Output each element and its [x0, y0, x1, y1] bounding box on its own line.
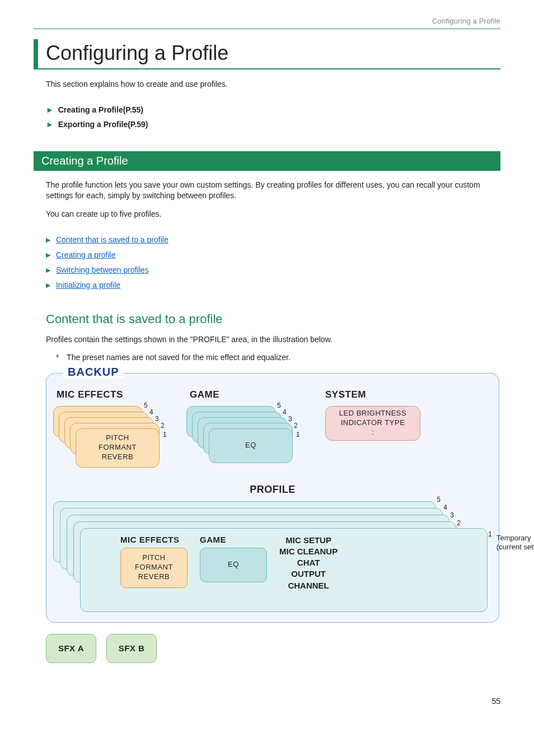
sfx-b-box: SFX B: [106, 634, 157, 663]
body-paragraph: The profile function lets you save your …: [46, 180, 500, 201]
system-title: SYSTEM: [325, 389, 366, 400]
asterisk-icon: *: [56, 353, 59, 362]
toc-item-label: Creating a Profile(P.55): [58, 105, 143, 114]
switching-profiles-link[interactable]: Switching between profiles: [56, 265, 149, 274]
profile-game-title: GAME: [200, 535, 267, 544]
system-line: LED BRIGHTNESS: [339, 409, 406, 418]
page-title: Configuring a Profile: [34, 39, 500, 69]
link-item: ▶ Creating a profile: [46, 250, 500, 259]
toc-main: ► Creating a Profile(P.55) ► Exporting a…: [46, 105, 500, 129]
toc-item[interactable]: ► Exporting a Profile(P.59): [46, 120, 500, 129]
mic-effects-title: MIC EFFECTS: [57, 389, 123, 400]
profile-game-line: EQ: [228, 560, 239, 570]
profile-num: 3: [450, 511, 454, 519]
system-card: LED BRIGHTNESS INDICATOR TYPE :: [325, 406, 420, 441]
profile-game-card: EQ: [200, 548, 267, 582]
stack-num: 2: [161, 422, 165, 430]
link-item: ▶ Switching between profiles: [46, 265, 500, 274]
system-line: INDICATOR TYPE: [341, 418, 405, 428]
stack-num: 1: [296, 431, 300, 438]
divider: [34, 29, 500, 29]
stack-num: 3: [155, 415, 159, 423]
profile-num: 5: [437, 496, 441, 503]
arrow-right-icon: ▶: [46, 236, 50, 243]
backup-frame: BACKUP MIC EFFECTS PITCH FORMANT REVERB: [46, 373, 499, 623]
mic-effects-line: REVERB: [102, 452, 133, 462]
content-saved-link[interactable]: Content that is saved to a profile: [56, 235, 168, 244]
profile-label: PROFILE: [53, 484, 492, 496]
profile-frame: PROFILE 5 4 3 2 1 Temporary (current set…: [53, 484, 492, 613]
intro-text: This section explains how to create and …: [46, 80, 500, 88]
body-paragraph: You can create up to five profiles.: [46, 209, 500, 220]
stack-num: 4: [149, 408, 153, 416]
sfx-a-box: SFX A: [46, 634, 96, 663]
page-number: 55: [34, 697, 500, 706]
diagram: BACKUP MIC EFFECTS PITCH FORMANT REVERB: [46, 373, 499, 623]
arrow-right-icon: ►: [46, 120, 54, 129]
initializing-profile-link[interactable]: Initializing a profile: [56, 281, 120, 290]
arrow-right-icon: ▶: [46, 251, 50, 258]
toc-item[interactable]: ► Creating a Profile(P.55): [46, 105, 500, 114]
game-stack: EQ 5 4 3 2 1: [186, 406, 298, 470]
profile-mic-line: REVERB: [138, 572, 170, 582]
link-item: ▶ Content that is saved to a profile: [46, 235, 500, 244]
subheading: Content that is saved to a profile: [46, 312, 500, 326]
mic-effects-stack: PITCH FORMANT REVERB 5 4 3 2 1: [53, 406, 165, 470]
game-line: EQ: [245, 441, 256, 450]
stack-num: 5: [277, 402, 281, 409]
profile-sys-line: OUTPUT: [279, 568, 338, 580]
creating-profile-link[interactable]: Creating a profile: [56, 250, 116, 259]
game-title: GAME: [190, 389, 219, 400]
temporary-note-line: (current settings): [496, 543, 534, 552]
note-item: * The preset names are not saved for the…: [56, 353, 500, 362]
mic-card-1: PITCH FORMANT REVERB: [76, 428, 160, 468]
arrow-right-icon: ▶: [46, 267, 50, 273]
profile-mic-card: PITCH FORMANT REVERB: [120, 548, 188, 588]
link-item: ▶ Initializing a profile: [46, 281, 500, 290]
stack-num: 1: [163, 431, 167, 438]
profile-sys-line: MIC CLEANUP: [279, 546, 338, 557]
stack-num: 4: [283, 408, 287, 416]
mic-effects-line: PITCH: [106, 433, 129, 443]
profile-num: 1: [488, 530, 492, 538]
profile-sys-line: CHAT: [279, 557, 338, 568]
arrow-right-icon: ▶: [46, 282, 50, 288]
profile-num: 2: [457, 519, 461, 527]
body-paragraph: Profiles contain the settings shown in t…: [46, 334, 500, 345]
stack-num: 5: [144, 402, 148, 409]
note-text: The preset names are not saved for the m…: [67, 353, 291, 362]
toc-item-label: Exporting a Profile(P.59): [58, 120, 148, 129]
temporary-note-line: Temporary: [496, 534, 534, 543]
mic-effects-line: FORMANT: [99, 443, 137, 452]
backup-label: BACKUP: [63, 366, 124, 379]
stack-num: 2: [294, 422, 298, 430]
game-card-1: EQ: [209, 428, 293, 463]
section-heading: Creating a Profile: [34, 151, 500, 171]
arrow-right-icon: ►: [46, 105, 54, 114]
profile-sys-line: CHANNEL: [279, 580, 338, 591]
profile-mic-line: FORMANT: [135, 563, 173, 572]
stack-num: 3: [288, 415, 292, 423]
profile-num: 4: [443, 503, 447, 511]
temporary-note: Temporary (current settings): [496, 534, 534, 553]
header-section-label: Configuring a Profile: [34, 17, 500, 25]
profile-mic-line: PITCH: [142, 553, 166, 563]
profile-sys-line: MIC SETUP: [279, 535, 338, 546]
system-line: :: [372, 428, 374, 437]
profile-stack: 5 4 3 2 1 Temporary (current settings) M…: [53, 501, 492, 613]
profile-mic-title: MIC EFFECTS: [120, 535, 188, 544]
profile-sys-labels: MIC SETUP MIC CLEANUP CHAT OUTPUT CHANNE…: [279, 535, 338, 591]
